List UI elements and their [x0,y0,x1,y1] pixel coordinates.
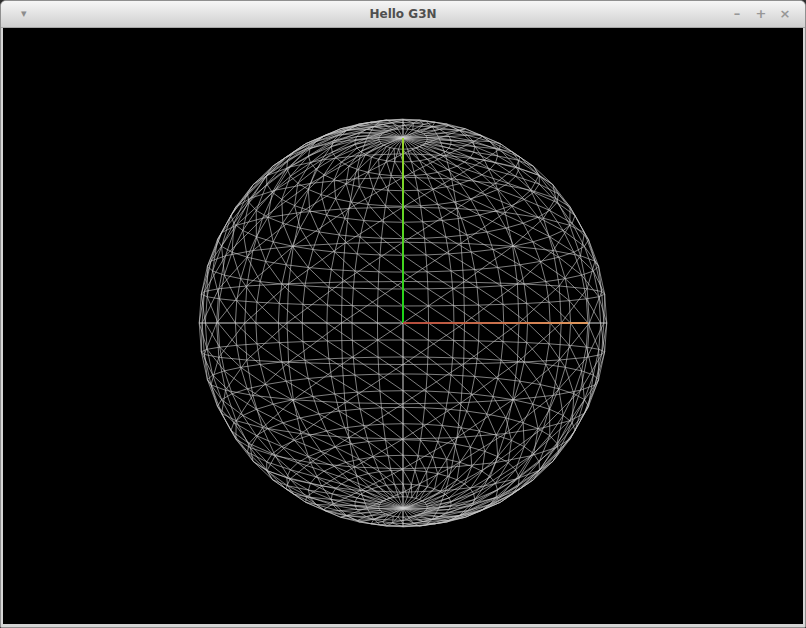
close-button[interactable]: × [775,1,795,27]
maximize-button[interactable]: + [751,1,771,27]
window-content-frame [1,28,805,627]
window-controls: – + × [727,1,795,27]
app-window: ▾ Hello G3N – + × [0,0,806,628]
3d-viewport[interactable] [3,28,803,624]
viewport-canvas[interactable] [3,28,803,624]
window-title: Hello G3N [1,1,805,27]
titlebar[interactable]: ▾ Hello G3N – + × [1,1,805,28]
minimize-button[interactable]: – [727,1,747,27]
